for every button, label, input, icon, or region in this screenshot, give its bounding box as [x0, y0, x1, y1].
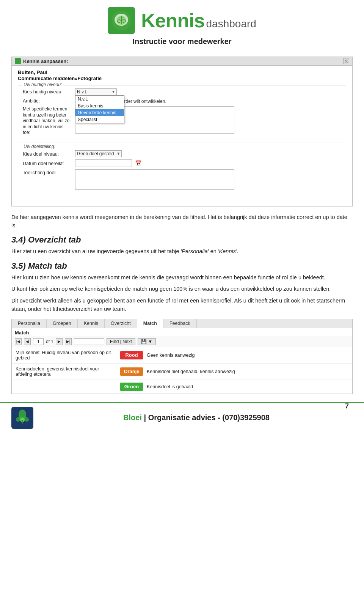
doel-dropdown-selected[interactable]: Geen doel gesteld ▼ [75, 150, 122, 157]
niveau-dropdown-selected[interactable]: N.v.t. ▼ [75, 88, 117, 95]
export-button[interactable]: 💾 ▼ [138, 338, 156, 345]
nav-last-button[interactable]: ▶| [65, 338, 72, 345]
niveau-dropdown[interactable]: N.v.t. ▼ N.v.t. Basis kennis Gevorderde … [75, 88, 117, 95]
legend-row-oranje: Kennisdoelen: gewenst kennisdoel voor af… [12, 364, 352, 380]
section35-heading: 3.5) Match tab [11, 261, 353, 271]
section35-body1: Hier kunt u zien hoe uw kennis overeenko… [11, 273, 353, 282]
footer-info: | Organisatie advies - (070)3925908 [142, 413, 270, 422]
section34-body: Hier ziet u een overzicht van al uw inge… [11, 247, 353, 255]
logo-dashboard: dashboard [206, 18, 256, 30]
legend-text-oranje: Kennisdoelen: gewenst kennisdoel voor af… [16, 366, 116, 377]
dropdown-item-nvt[interactable]: N.v.t. [75, 96, 124, 102]
legend-text-rood: Mijn kennis: Huidig niveau van persoon o… [16, 350, 116, 361]
badge-rood: Rood [120, 351, 143, 359]
doelstelling-section: Uw doelstelling: Kies doel niveau: Geen … [18, 147, 346, 196]
kennis-aanpassen-dialog: Kennis aanpassen: ✕ Buiten, Paul Communi… [11, 57, 353, 206]
kies-niveau-label: Kies huidig niveau: [23, 88, 72, 95]
header-subtitle: Instructie voor medewerker [132, 37, 231, 46]
dropdown-item-specialist[interactable]: Specialist [75, 116, 124, 123]
huidige-niveau-section: Uw huidige niveau: Kies huidig niveau: N… [18, 85, 346, 142]
match-title: Match [12, 328, 352, 336]
section34-heading: 3.4) Overzicht tab [11, 235, 353, 245]
find-next-button[interactable]: Find | Next [107, 338, 135, 345]
tab-kennis[interactable]: Kennis [78, 319, 105, 328]
nav-next-button[interactable]: ▶ [56, 338, 63, 345]
nav-first-button[interactable]: |◀ [15, 338, 22, 345]
dropdown-item-gevorderd[interactable]: Gevorderde kennis [75, 109, 124, 116]
dialog-titlebar: Kennis aanpassen: ✕ [12, 57, 352, 66]
vindbaar-label: Met specifieke termen kunt u uzelf nog b… [23, 106, 72, 136]
footer-wrapper: 7 Bloei | Organisatie advies - (070)3925… [0, 402, 364, 433]
match-body: Match |◀ ◀ of 1 ▶ ▶| Find | Next 💾 ▼ Mij… [12, 328, 352, 394]
paragraph1: De hier aangegeven kennis wordt meegenom… [11, 213, 353, 230]
match-tabs: Personalia Groepen Kennis Overzicht Matc… [12, 319, 352, 328]
section35-body3: Dit overzicht werkt alleen als u gekoppe… [11, 296, 353, 314]
match-screenshot: Personalia Groepen Kennis Overzicht Matc… [11, 319, 353, 394]
ambitie-row: Ambitie: n u zich op dit gebied verder w… [23, 98, 341, 104]
titlebar-title: Kennis aanpassen: [23, 58, 68, 64]
section1-legend: Uw huidige niveau: [22, 82, 63, 87]
dropdown-item-basis[interactable]: Basis kennis [75, 102, 124, 109]
page-number: 7 [345, 402, 349, 410]
tab-overzicht[interactable]: Overzicht [105, 319, 137, 328]
vindbaar-row: Met specifieke termen kunt u uzelf nog b… [23, 106, 341, 136]
dropdown-arrow-icon: ▼ [111, 90, 115, 94]
logo-text: Kennis dashboard [141, 9, 256, 32]
kies-niveau-row: Kies huidig niveau: N.v.t. ▼ N.v.t. Basi… [23, 88, 341, 95]
titlebar-left: Kennis aanpassen: [15, 58, 68, 64]
tab-feedback[interactable]: Feedback [163, 319, 197, 328]
personalia-italic: 'Personalia' [181, 248, 209, 254]
legend-row-rood: Mijn kennis: Huidig niveau van persoon o… [12, 347, 352, 364]
dialog-body: Buiten, Paul Communicatie middelen»Fotog… [12, 66, 352, 206]
section2-legend: Uw doelstelling: [22, 144, 57, 149]
tab-groepen[interactable]: Groepen [47, 319, 78, 328]
bloei-brand: Bloei [123, 413, 142, 422]
toelichting-row: Toelichting doel [23, 169, 341, 190]
kies-doel-row: Kies doel niveau: Geen doel gesteld ▼ [23, 150, 341, 157]
of-text: of 1 [46, 339, 53, 344]
titlebar-icon [15, 58, 21, 64]
doel-dropdown-arrow: ▼ [117, 151, 121, 156]
kennis-italic: 'Kennis' [218, 248, 237, 254]
niveau-dropdown-list: N.v.t. Basis kennis Gevorderde kennis Sp… [75, 95, 124, 123]
legend-desc-groen: Kennisdoel is gehaald [147, 384, 348, 389]
legend-row-groen: Groen Kennisdoel is gehaald [12, 380, 352, 394]
datum-input[interactable] [75, 159, 132, 167]
tab-personalia[interactable]: Personalia [12, 319, 47, 328]
nav-prev-button[interactable]: ◀ [24, 338, 31, 345]
legend-desc-rood: Geen kennis aanwezig [147, 353, 348, 358]
badge-oranje: Oranje [120, 367, 143, 376]
match-toolbar: |◀ ◀ of 1 ▶ ▶| Find | Next 💾 ▼ [12, 336, 352, 347]
header-top: Kennis dashboard [108, 7, 256, 34]
doel-dropdown[interactable]: Geen doel gesteld ▼ [75, 150, 122, 157]
page-footer: Bloei | Organisatie advies - (070)392590… [0, 402, 364, 433]
toelichting-label: Toelichting doel [23, 169, 72, 175]
bloei-logo [11, 407, 33, 429]
kies-doel-label: Kies doel niveau: [23, 151, 72, 157]
user-name: Buiten, Paul [18, 69, 346, 75]
section35-body2: U kunt hier ook zien op welke kennisgebi… [11, 285, 353, 293]
dialog-close-button[interactable]: ✕ [343, 58, 349, 64]
main-content: De hier aangegeven kennis wordt meegenom… [0, 213, 364, 314]
logo-kennis: Kennis [141, 9, 204, 32]
tab-match[interactable]: Match [137, 319, 163, 328]
legend-desc-oranje: Kennisdoel niet gehaald, kennis aanwezig [147, 369, 348, 374]
footer-text: Bloei | Organisatie advies - (070)392590… [40, 413, 353, 422]
ambitie-label: Ambitie: [23, 98, 72, 104]
datum-label: Datum doel bereikt: [23, 160, 72, 166]
page-header: Kennis dashboard Instructie voor medewer… [0, 0, 364, 50]
page-number-input[interactable] [33, 338, 44, 345]
badge-groen: Groen [120, 383, 143, 391]
find-input[interactable] [74, 338, 104, 345]
user-topic: Communicatie middelen»Fotografie [18, 76, 346, 81]
logo-image [108, 7, 135, 34]
calendar-icon[interactable]: 📅 [135, 160, 141, 166]
datum-row: Datum doel bereikt: 📅 [23, 159, 341, 167]
toelichting-input[interactable] [75, 169, 234, 190]
svg-rect-7 [22, 420, 23, 424]
